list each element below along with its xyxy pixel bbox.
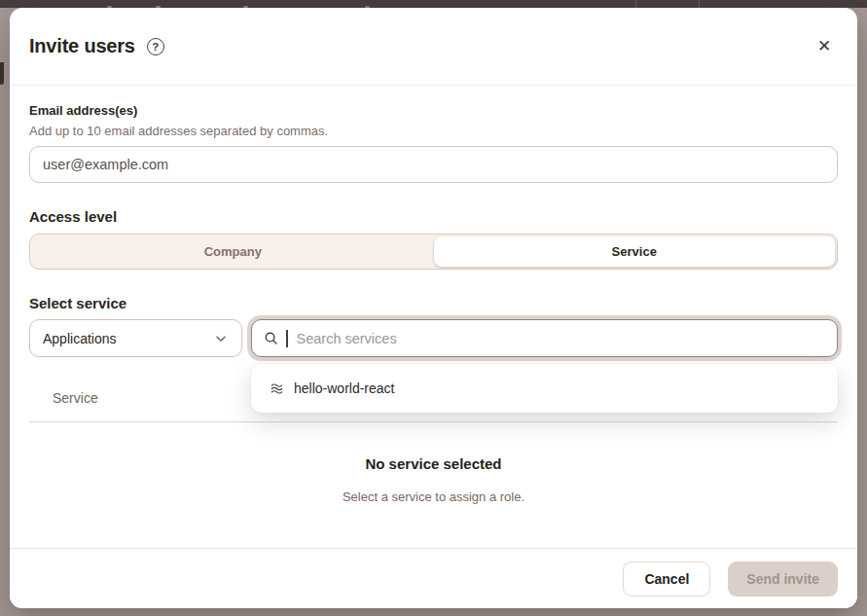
stack-icon — [270, 381, 284, 396]
send-invite-button[interactable]: Send invite — [728, 562, 838, 597]
chevron-down-icon — [213, 331, 229, 346]
screen: Invite users ? ✕ Email address(es) Add u… — [0, 0, 867, 616]
text-caret — [286, 330, 288, 347]
modal-title: Invite users — [29, 35, 135, 57]
search-result-label: hello-world-react — [294, 380, 394, 396]
email-label: Email address(es) — [29, 103, 838, 118]
search-placeholder: Search services — [297, 331, 397, 346]
close-icon[interactable]: ✕ — [811, 33, 838, 60]
search-input[interactable]: Search services — [251, 319, 838, 357]
access-level-segmented-control: Company Service — [29, 234, 838, 270]
modal-header: Invite users ? ✕ — [10, 8, 857, 86]
service-category-select[interactable]: Applications — [29, 319, 242, 357]
search-results-panel: hello-world-react — [251, 364, 838, 413]
select-service-label: Select service — [29, 295, 838, 311]
modal-footer: Cancel Send invite — [10, 548, 857, 608]
service-picker-row: Applications Search services — [29, 319, 838, 357]
email-field[interactable] — [29, 146, 838, 183]
service-search-wrap: Search services hello-world-react — [251, 319, 838, 357]
table-divider — [29, 421, 838, 422]
access-level-label: Access level — [29, 208, 838, 225]
empty-state-subtitle: Select a service to assign a role. — [29, 489, 838, 504]
nav-separator — [635, 0, 636, 8]
cancel-button[interactable]: Cancel — [623, 562, 710, 597]
background-page-glyph — [0, 62, 4, 85]
modal-body: Email address(es) Add up to 10 email add… — [10, 86, 857, 504]
segment-service[interactable]: Service — [434, 236, 836, 267]
nav-separator — [699, 0, 700, 8]
invite-users-modal: Invite users ? ✕ Email address(es) Add u… — [10, 8, 857, 608]
search-icon — [264, 331, 278, 345]
email-helper-text: Add up to 10 email addresses separated b… — [29, 124, 838, 138]
segment-company[interactable]: Company — [32, 236, 434, 267]
background-top-nav — [0, 0, 867, 8]
search-result-item[interactable]: hello-world-react — [257, 370, 832, 407]
service-category-value: Applications — [43, 331, 117, 346]
empty-state-title: No service selected — [29, 455, 838, 472]
help-icon[interactable]: ? — [147, 38, 164, 55]
